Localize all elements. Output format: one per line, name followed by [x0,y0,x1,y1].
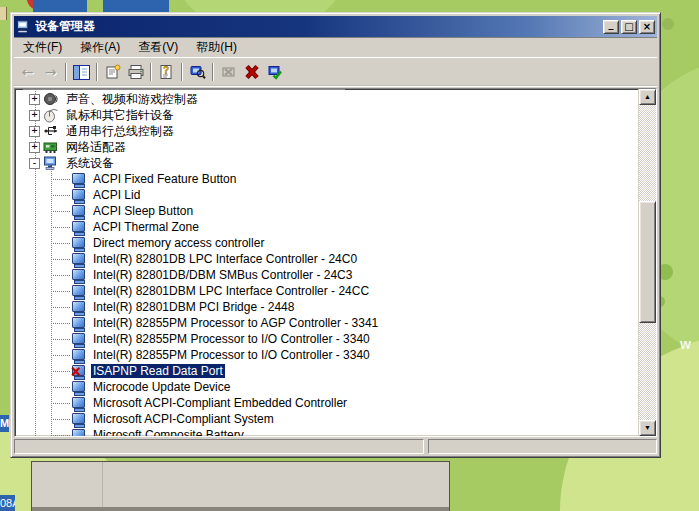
device-label[interactable]: Microsoft ACPI-Compliant System [91,412,276,426]
tree-item-device[interactable]: Intel(R) 82801DB LPC Interface Controlle… [15,251,638,267]
forward-button[interactable]: → [39,61,62,83]
tree-item-device[interactable]: Intel(R) 82801DB/DBM SMBus Controller - … [15,267,638,283]
device-label[interactable]: Microsoft Composite Battery [91,428,246,436]
update-driver-button[interactable] [263,61,286,83]
tree-category-sound[interactable]: + 声音、视频和游戏控制器 [15,91,638,107]
tree-category-mouse[interactable]: + 鼠标和其它指针设备 [15,107,638,123]
device-tree-panel: + 声音、视频和游戏控制器 + 鼠标和其它指针设备 + [14,88,657,437]
disabled-device-icon: × [72,364,86,379]
mouse-icon [43,107,59,123]
device-label[interactable]: Intel(R) 82855PM Processor to AGP Contro… [91,316,380,330]
device-label[interactable]: Intel(R) 82801DB LPC Interface Controlle… [91,252,359,266]
device-icon [72,268,86,283]
device-label[interactable]: ISAPNP Read Data Port [91,364,225,378]
toolbar-separator [65,63,67,81]
tree-category-usb[interactable]: + 通用串行总线控制器 [15,123,638,139]
scrollbar-thumb[interactable] [639,201,656,323]
tree-item-device-selected[interactable]: × ISAPNP Read Data Port [15,363,638,379]
category-label[interactable]: 鼠标和其它指针设备 [64,108,176,122]
device-icon [72,428,86,437]
tree-item-device[interactable]: Intel(R) 82855PM Processor to AGP Contro… [15,315,638,331]
device-manager-window: 设备管理器 _ □ × 文件(F) 操作(A) 查看(V) 帮助(H) ← → [10,12,661,458]
print-button[interactable] [124,61,147,83]
tree-item-device[interactable]: ACPI Thermal Zone [15,219,638,235]
tree-item-device[interactable]: Intel(R) 82801DBM PCI Bridge - 2448 [15,299,638,315]
tree-item-device[interactable]: ACPI Fixed Feature Button [15,171,638,187]
tree-category-system-devices[interactable]: - 系统设备 [15,155,638,171]
menu-view[interactable]: 查看(V) [129,37,187,58]
expand-icon[interactable]: + [29,142,40,153]
scan-for-hardware-changes-button[interactable] [186,61,209,83]
expand-icon[interactable]: + [29,94,40,105]
expand-icon[interactable]: + [29,110,40,121]
help-button[interactable]: ? [155,61,178,83]
device-label[interactable]: Intel(R) 82801DBM LPC Interface Controll… [91,284,371,298]
tree-item-device[interactable]: Microsoft Composite Battery [15,427,638,436]
scroll-up-button[interactable]: ▲ [639,89,656,105]
tree-category-network[interactable]: + 网络适配器 [15,139,638,155]
show-hide-console-tree-button[interactable] [70,61,93,83]
device-label[interactable]: Intel(R) 82801DB/DBM SMBus Controller - … [91,268,354,282]
update-driver-icon [267,64,283,80]
tree-item-device[interactable]: Intel(R) 82801DBM LPC Interface Controll… [15,283,638,299]
uninstall-device-button[interactable] [240,61,263,83]
device-icon [72,188,86,203]
properties-button[interactable] [101,61,124,83]
background-window-fragment: M [0,415,9,432]
device-label[interactable]: ACPI Thermal Zone [91,220,201,234]
device-tree: + 声音、视频和游戏控制器 + 鼠标和其它指针设备 + [15,89,638,436]
device-label[interactable]: Intel(R) 82801DBM PCI Bridge - 2448 [91,300,296,314]
category-label[interactable]: 通用串行总线控制器 [64,124,176,138]
device-icon [72,300,86,315]
disable-device-button[interactable] [217,61,240,83]
device-icon [72,252,86,267]
tree-item-device[interactable]: Intel(R) 82855PM Processor to I/O Contro… [15,347,638,363]
console-tree-icon [73,65,90,80]
tree-item-device[interactable]: ACPI Sleep Button [15,203,638,219]
scroll-down-button[interactable]: ▼ [639,420,656,436]
device-label[interactable]: Intel(R) 82855PM Processor to I/O Contro… [91,348,372,362]
network-adapter-icon [43,139,59,155]
desktop-dot [662,18,674,30]
menu-file[interactable]: 文件(F) [14,37,71,58]
category-label[interactable]: 声音、视频和游戏控制器 [64,92,200,106]
device-label[interactable]: Microsoft ACPI-Compliant Embedded Contro… [91,396,349,410]
tree-item-device[interactable]: Direct memory access controller [15,235,638,251]
maximize-button[interactable]: □ [621,20,637,34]
collapse-icon[interactable]: - [29,158,40,169]
menu-action[interactable]: 操作(A) [71,37,129,58]
device-label[interactable]: ACPI Sleep Button [91,204,195,218]
clipped-row-artifact [23,89,345,90]
toolbar: ← → [14,58,657,87]
device-manager-icon [16,19,32,34]
device-label[interactable]: ACPI Fixed Feature Button [91,172,238,186]
tree-item-device[interactable]: Intel(R) 82855PM Processor to I/O Contro… [15,331,638,347]
category-label[interactable]: 系统设备 [64,156,116,170]
svg-text:?: ? [163,65,169,76]
tree-item-device[interactable]: Microsoft ACPI-Compliant Embedded Contro… [15,395,638,411]
close-button[interactable]: × [639,20,655,34]
device-label[interactable]: Intel(R) 82855PM Processor to I/O Contro… [91,332,372,346]
device-label[interactable]: Microcode Update Device [91,380,232,394]
device-label[interactable]: ACPI Lid [91,188,142,202]
device-icon [72,236,86,251]
device-icon [72,220,86,235]
category-label[interactable]: 网络适配器 [64,140,128,154]
computer-icon [43,155,59,171]
device-label[interactable]: Direct memory access controller [91,236,266,250]
tree-item-device[interactable]: ACPI Lid [15,187,638,203]
properties-icon [105,64,121,80]
tree-item-device[interactable]: Microcode Update Device [15,379,638,395]
minimize-button[interactable]: _ [603,20,619,34]
menu-help[interactable]: 帮助(H) [187,37,246,58]
expand-icon[interactable]: + [29,126,40,137]
device-icon [72,380,86,395]
titlebar[interactable]: 设备管理器 _ □ × [14,16,657,37]
back-button[interactable]: ← [16,61,39,83]
menu-bar: 文件(F) 操作(A) 查看(V) 帮助(H) [14,37,657,58]
tree-item-device[interactable]: Microsoft ACPI-Compliant System [15,411,638,427]
device-icon [72,396,86,411]
vertical-scrollbar[interactable]: ▲ ▼ [638,89,656,436]
back-icon: ← [22,64,34,80]
disable-device-icon [221,64,237,80]
